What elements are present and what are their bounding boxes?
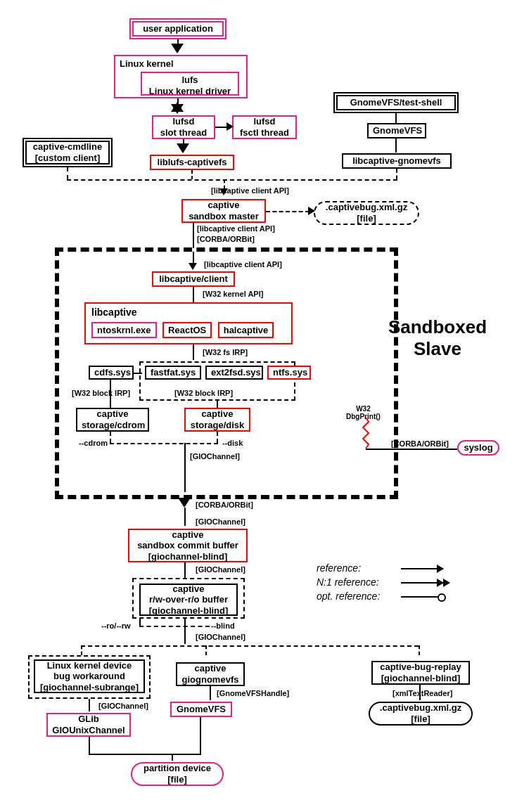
sandbox-title: Sandboxed Slave bbox=[381, 316, 494, 360]
partition-box: partition device [file] bbox=[131, 762, 224, 786]
storage-disk-box: captive storage/disk bbox=[184, 408, 250, 432]
liblufs-box: liblufs-captivefs bbox=[150, 155, 234, 170]
captivebug-file-box: .captivebug.xml.gz [file] bbox=[314, 201, 419, 225]
commit-buffer-label: captive sandbox commit buffer [giochanne… bbox=[134, 529, 242, 562]
edge-xmltextreader: [xmlTextReader] bbox=[392, 689, 452, 697]
edge-blind: --blind bbox=[211, 621, 235, 630]
ext2fsd-box: ext2fsd.sys bbox=[205, 366, 263, 380]
bug-replay-label: captive-bug-replay [giochannel-blind] bbox=[377, 662, 464, 683]
captivebug-file2-label: .captivebug.xml.gz [file] bbox=[374, 702, 467, 724]
sandbox-title-text: Sandboxed Slave bbox=[388, 316, 487, 359]
legend-opt-label: opt. reference: bbox=[317, 591, 401, 602]
giognomevfs-label: captive giognomevfs bbox=[181, 663, 239, 685]
libcaptive-gnomevfs-box: libcaptive-gnomevfs bbox=[342, 153, 452, 169]
giognomevfs-box: captive giognomevfs bbox=[176, 662, 245, 686]
fastfat-box: fastfat.sys bbox=[145, 366, 201, 380]
edge-w32-block-1: [W32 block IRP] bbox=[72, 389, 130, 397]
ntoskrnl-box: ntoskrnl.exe bbox=[91, 322, 157, 338]
legend-ref-label: reference: bbox=[317, 562, 401, 574]
bug-workaround-box: Linux kernel device bug workaround [gioc… bbox=[34, 659, 145, 693]
edge-giochannel-5: [GIOChannel] bbox=[98, 702, 148, 710]
libcaptive-label: libcaptive bbox=[91, 307, 286, 318]
cdfs-box: cdfs.sys bbox=[89, 366, 134, 380]
edge-ro-rw: --ro/--rw bbox=[101, 621, 131, 630]
storage-disk-label: captive storage/disk bbox=[190, 408, 245, 430]
syslog-box: syslog bbox=[457, 440, 499, 456]
sandbox-master-box: captive sandbox master bbox=[181, 199, 266, 223]
glib-unix-label: GLib GIOUnixChannel bbox=[52, 714, 125, 735]
partition-label: partition device [file] bbox=[136, 763, 218, 785]
edge-client-api-3: [libcaptive client API] bbox=[204, 260, 282, 269]
libcaptive-box: libcaptive ntoskrnl.exe ReactOS halcapti… bbox=[84, 302, 293, 344]
edge-giochannel-1: [GIOChannel] bbox=[190, 452, 240, 460]
ntfs-box: ntfs.sys bbox=[267, 366, 311, 380]
edge-corba-3: [CORBA/ORBit] bbox=[391, 439, 449, 448]
gnomevfs2-box: GnomeVFS bbox=[170, 702, 232, 717]
edge-gnomevfshandle: [GnomeVFSHandle] bbox=[217, 689, 289, 697]
edge-giochannel-4: [GIOChannel] bbox=[196, 633, 245, 641]
legend: reference: N:1 reference: opt. reference… bbox=[317, 562, 443, 605]
edge-giochannel-3: [GIOChannel] bbox=[196, 565, 245, 574]
edge-corba-2: [CORBA/ORBit] bbox=[196, 501, 253, 509]
bug-replay-box: captive-bug-replay [giochannel-blind] bbox=[371, 661, 470, 685]
commit-buffer-box: captive sandbox commit buffer [giochanne… bbox=[128, 529, 248, 562]
storage-cdrom-box: captive storage/cdrom bbox=[76, 408, 149, 432]
edge-cdrom-opt: --cdrom bbox=[79, 439, 108, 447]
user-app-box: user application bbox=[132, 21, 224, 37]
lufs-driver-box: lufs Linux kernel driver bbox=[141, 72, 239, 96]
rw-buffer-box: captive r/w-over-r/o buffer [giochannel-… bbox=[139, 584, 238, 616]
edge-corba-1: [CORBA/ORBit] bbox=[197, 235, 255, 243]
captivebug-file2-box: .captivebug.xml.gz [file] bbox=[369, 702, 473, 726]
gnomevfs-shell-box: GnomeVFS/test-shell bbox=[336, 95, 456, 110]
captive-cmdline-label: captive-cmdline [custom client] bbox=[31, 141, 104, 163]
edge-w32-fs-irp: [W32 fs IRP] bbox=[203, 348, 248, 356]
edge-client-api-1: [libcaptive client API] bbox=[211, 186, 289, 195]
rw-buffer-label: captive r/w-over-r/o buffer [giochannel-… bbox=[145, 584, 232, 617]
libcaptive-client-box: libcaptive/client bbox=[152, 271, 235, 287]
lufsd-slot-label: lufsd slot thread bbox=[158, 116, 210, 138]
storage-cdrom-label: captive storage/cdrom bbox=[82, 408, 143, 430]
bug-workaround-label: Linux kernel device bug workaround [gioc… bbox=[39, 660, 139, 693]
edge-client-api-2: [libcaptive client API] bbox=[197, 224, 275, 233]
gnomevfs-box: GnomeVFS bbox=[367, 123, 426, 138]
sandbox-master-label: captive sandbox master bbox=[187, 200, 260, 221]
legend-n1-label: N:1 reference: bbox=[317, 576, 401, 588]
lufs-driver-label: lufs Linux kernel driver bbox=[149, 75, 231, 96]
lufsd-fsctl-label: lufsd fsctl thread bbox=[238, 116, 291, 138]
linux-kernel-label: Linux kernel bbox=[120, 58, 174, 69]
edge-disk-opt: --disk bbox=[222, 439, 243, 447]
lufsd-slot-box: lufsd slot thread bbox=[152, 115, 215, 139]
reactos-box: ReactOS bbox=[162, 322, 212, 338]
captivebug-file-label: .captivebug.xml.gz [file] bbox=[319, 202, 414, 224]
edge-dbgprint: W32 DbgPrint() bbox=[346, 405, 381, 420]
linux-kernel-box: Linux kernel lufs Linux kernel driver bbox=[114, 55, 248, 98]
edge-giochannel-2: [GIOChannel] bbox=[196, 517, 245, 526]
glib-unix-box: GLib GIOUnixChannel bbox=[46, 713, 131, 737]
halcaptive-box: halcaptive bbox=[218, 322, 274, 338]
edge-w32-kernel: [W32 kernel API] bbox=[203, 290, 263, 298]
captive-cmdline-box: captive-cmdline [custom client] bbox=[25, 141, 110, 165]
lufsd-fsctl-box: lufsd fsctl thread bbox=[232, 115, 297, 139]
edge-w32-block-2: [W32 block IRP] bbox=[174, 389, 233, 397]
